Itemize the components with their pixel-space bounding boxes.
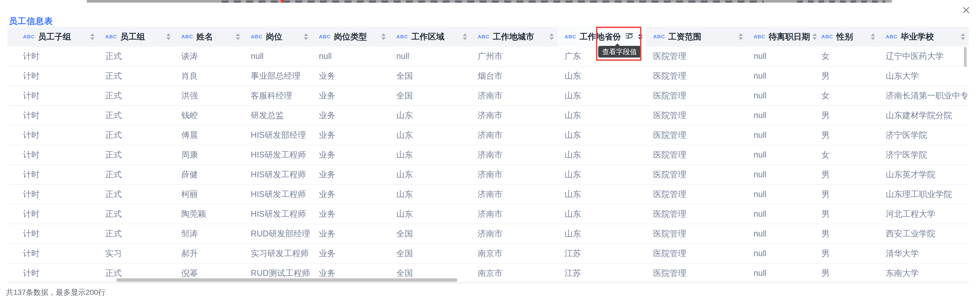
close-icon xyxy=(960,4,972,17)
sort-icon[interactable] xyxy=(738,33,743,40)
cell: 男 xyxy=(815,66,879,85)
cell: 医院管理 xyxy=(646,125,747,145)
cell: 计时 xyxy=(8,204,98,224)
sort-icon[interactable] xyxy=(550,33,554,40)
cell: null xyxy=(747,165,815,184)
cell: null xyxy=(389,47,471,66)
page-title: 员工信息表 xyxy=(9,16,53,27)
cell: 正式 xyxy=(98,66,174,85)
header-cell-2[interactable]: ABC员工组 xyxy=(98,27,174,47)
cell: 男 xyxy=(815,125,879,145)
view-field-values-icon[interactable] xyxy=(625,32,634,42)
cell: null xyxy=(747,106,815,125)
cell: 柯丽 xyxy=(174,185,244,204)
column-label: 工资范围 xyxy=(668,31,701,43)
field-type-abc-icon: ABC xyxy=(251,34,262,40)
field-type-abc-icon: ABC xyxy=(653,34,665,40)
cell: 业务 xyxy=(312,86,389,105)
cell: 全国 xyxy=(389,66,471,85)
sort-icon[interactable] xyxy=(638,33,643,40)
cell: 女 xyxy=(815,47,879,66)
sort-icon[interactable] xyxy=(304,33,308,40)
cell: 男 xyxy=(815,264,879,283)
header-cell-1[interactable]: ABC员工子组 xyxy=(8,27,98,47)
sort-icon[interactable] xyxy=(166,33,171,40)
cell: null xyxy=(747,125,815,145)
table-row: 计时正式傅晨HIS研发部经理业务山东济南市山东医院管理null男济宁医学院 xyxy=(8,125,969,145)
header-cell-8[interactable]: ABC工作地省份 xyxy=(558,27,646,47)
cell: 辽宁中医药大学 xyxy=(879,47,969,66)
sort-icon[interactable] xyxy=(90,33,94,40)
cell: 山东 xyxy=(558,66,646,85)
close-button[interactable] xyxy=(960,4,972,17)
cell: 济宁医学院 xyxy=(879,125,969,145)
cell: RUD研发部经理 xyxy=(244,224,312,243)
table-row: 计时正式洪强客服科经理业务全国济南市山东医院管理null女济南长清第一职业中专 xyxy=(8,86,969,106)
field-type-abc-icon: ABC xyxy=(319,34,331,40)
background-page-strip xyxy=(87,0,892,3)
cell: 钱崆 xyxy=(174,106,244,125)
sort-icon[interactable] xyxy=(871,33,875,40)
cell: 济南市 xyxy=(471,125,558,145)
cell: 计时 xyxy=(8,125,98,145)
sort-icon[interactable] xyxy=(381,33,386,40)
cell: 周康 xyxy=(174,145,244,164)
cell: 男 xyxy=(815,244,879,263)
table-row: 计时正式薛健HIS研发工程师业务山东济南市山东医院管理null男山东英才学院 xyxy=(8,165,969,185)
cell: 实习研发工程师 xyxy=(244,244,312,263)
column-label: 工作地省份 xyxy=(579,31,621,43)
header-cell-6[interactable]: ABC工作区域 xyxy=(389,27,471,47)
cell: 计时 xyxy=(8,244,98,263)
field-type-abc-icon: ABC xyxy=(565,34,576,40)
cell: 山东 xyxy=(558,145,646,164)
tooltip-label: 查看字段值 xyxy=(602,48,637,56)
header-cell-5[interactable]: ABC岗位类型 xyxy=(312,27,389,47)
cell: 陶莞颖 xyxy=(174,204,244,224)
cell: 医院管理 xyxy=(646,165,747,184)
header-cell-3[interactable]: ABC姓名 xyxy=(174,27,244,47)
table-bottom-border xyxy=(8,282,969,283)
cell: 济南市 xyxy=(471,145,558,164)
cell: 正式 xyxy=(98,204,174,224)
header-cell-9[interactable]: ABC工资范围 xyxy=(646,27,747,47)
header-cell-7[interactable]: ABC工作地城市 xyxy=(471,27,558,47)
cell: 医院管理 xyxy=(646,224,747,243)
cell: 正式 xyxy=(98,47,174,66)
cell: 烟台市 xyxy=(471,66,558,85)
table-header-row: ABC员工子组ABC员工组ABC姓名ABC岗位ABC岗位类型ABC工作区域ABC… xyxy=(8,27,969,47)
cell: 医院管理 xyxy=(646,47,747,66)
header-cell-11[interactable]: ABC性别 xyxy=(815,27,879,47)
cell: 正式 xyxy=(98,185,174,204)
sort-icon[interactable] xyxy=(961,33,965,40)
cell: 正式 xyxy=(98,86,174,105)
cell: HIS研发工程师 xyxy=(244,204,312,224)
cell: 薛健 xyxy=(174,165,244,184)
cell: 山东 xyxy=(389,185,471,204)
cell: null xyxy=(312,47,389,66)
header-cell-10[interactable]: ABC待离职日期 xyxy=(747,27,815,47)
header-cell-4[interactable]: ABC岗位 xyxy=(244,27,312,47)
sort-icon[interactable] xyxy=(463,33,467,40)
column-label: 毕业学校 xyxy=(901,31,934,43)
cell: 业务 xyxy=(312,244,389,263)
cell: HIS研发工程师 xyxy=(244,145,312,164)
sort-icon[interactable] xyxy=(236,33,240,40)
cell: 傅晨 xyxy=(174,125,244,145)
clipped-text-fragments xyxy=(797,0,885,3)
cell: 男 xyxy=(815,204,879,224)
cell: 山东建材学院分院 xyxy=(879,106,969,125)
cell: 山东 xyxy=(558,86,646,105)
cell: 山东 xyxy=(389,165,471,184)
cell: 济南市 xyxy=(471,86,558,105)
cell: 女 xyxy=(815,86,879,105)
cell: 山东 xyxy=(558,204,646,224)
column-label: 性别 xyxy=(836,31,853,43)
header-cell-12[interactable]: ABC毕业学校 xyxy=(879,27,969,47)
horizontal-scrollbar[interactable] xyxy=(116,278,457,282)
cell: 实习 xyxy=(98,244,174,263)
table-row: 计时正式钱崆研发总监业务山东济南市山东医院管理null男山东建材学院分院 xyxy=(8,106,969,125)
cell: 东南大学 xyxy=(879,264,969,283)
cell: null xyxy=(747,66,815,85)
vertical-scrollbar[interactable] xyxy=(964,47,967,67)
cell: 事业部总经理 xyxy=(244,66,312,85)
